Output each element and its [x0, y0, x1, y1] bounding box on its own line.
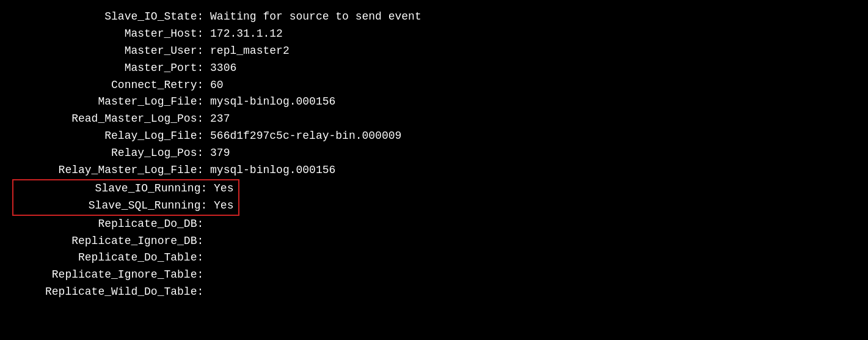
field-key: Replicate_Ignore_DB — [12, 235, 197, 247]
field-key: Replicate_Do_DB — [12, 218, 197, 230]
field-row: Replicate_Do_DB: — [12, 216, 856, 233]
field-key: Connect_Retry — [12, 79, 197, 91]
field-separator: : — [197, 147, 210, 159]
field-row: Connect_Retry: 60 — [12, 77, 856, 94]
field-key: Slave_IO_Running — [16, 182, 200, 194]
field-key: Replicate_Ignore_Table — [12, 268, 197, 281]
field-value: repl_master2 — [210, 45, 290, 57]
field-key: Read_Master_Log_Pos — [12, 113, 197, 125]
field-row: Read_Master_Log_Pos: 237 — [12, 111, 856, 128]
field-value: 237 — [210, 113, 230, 125]
field-separator: : — [197, 28, 210, 40]
field-separator: : — [197, 45, 210, 57]
field-value: Yes — [214, 199, 233, 212]
highlight-border: Slave_IO_Running: Yes Slave_SQL_Running:… — [12, 179, 239, 216]
field-separator: : — [197, 130, 210, 142]
field-key: Master_User — [12, 45, 197, 57]
field-row: Master_Host: 172.31.1.12 — [12, 26, 856, 43]
field-separator: : — [197, 113, 210, 125]
field-row: Slave_SQL_Running: Yes — [16, 198, 233, 215]
field-separator: : — [197, 268, 210, 281]
field-separator: : — [197, 235, 210, 247]
field-value: 60 — [210, 79, 224, 91]
field-separator: : — [200, 182, 214, 194]
field-row: Master_User: repl_master2 — [12, 43, 856, 60]
field-value: Waiting for source to send event — [210, 10, 421, 23]
field-key: Relay_Master_Log_File — [12, 164, 197, 176]
field-value: Yes — [214, 182, 233, 194]
field-separator: : — [197, 218, 210, 230]
field-row: Replicate_Wild_Do_Table: — [12, 284, 856, 301]
field-row: Relay_Log_File: 566d1f297c5c-relay-bin.0… — [12, 128, 856, 145]
field-key: Master_Port — [12, 62, 197, 74]
field-separator: : — [197, 286, 210, 298]
field-key: Master_Log_File — [12, 95, 197, 108]
field-separator: : — [197, 79, 210, 91]
field-value: mysql-binlog.000156 — [210, 95, 335, 108]
fields-container: Slave_IO_State: Waiting for source to se… — [12, 9, 856, 301]
field-key: Master_Host — [12, 28, 197, 40]
field-key: Replicate_Do_Table — [12, 251, 197, 264]
field-key: Relay_Log_Pos — [12, 147, 197, 159]
field-key: Relay_Log_File — [12, 130, 197, 142]
field-row: Slave_IO_Running: Yes — [16, 180, 233, 198]
field-row: Master_Port: 3306 — [12, 60, 856, 77]
field-row: Master_Log_File: mysql-binlog.000156 — [12, 94, 856, 111]
field-value: 172.31.1.12 — [210, 28, 283, 40]
field-row: Slave_IO_State: Waiting for source to se… — [12, 9, 856, 26]
field-key: Slave_SQL_Running — [16, 199, 200, 212]
field-value: mysql-binlog.000156 — [210, 164, 335, 176]
field-separator: : — [197, 164, 210, 176]
field-key: Slave_IO_State — [12, 10, 197, 23]
field-key: Replicate_Wild_Do_Table — [12, 286, 197, 298]
terminal-window: Slave_IO_State: Waiting for source to se… — [0, 0, 868, 340]
field-separator: : — [197, 95, 210, 108]
field-row: Relay_Master_Log_File: mysql-binlog.0001… — [12, 162, 856, 179]
field-row: Replicate_Ignore_DB: — [12, 233, 856, 250]
field-separator: : — [197, 10, 210, 23]
field-separator: : — [200, 199, 214, 212]
field-row: Relay_Log_Pos: 379 — [12, 145, 856, 162]
field-value: 566d1f297c5c-relay-bin.000009 — [210, 130, 401, 142]
field-separator: : — [197, 251, 210, 264]
field-row: Replicate_Ignore_Table: — [12, 267, 856, 284]
field-row: Replicate_Do_Table: — [12, 249, 856, 267]
field-value: 379 — [210, 147, 230, 159]
field-value: 3306 — [210, 62, 236, 74]
field-separator: : — [197, 62, 210, 74]
